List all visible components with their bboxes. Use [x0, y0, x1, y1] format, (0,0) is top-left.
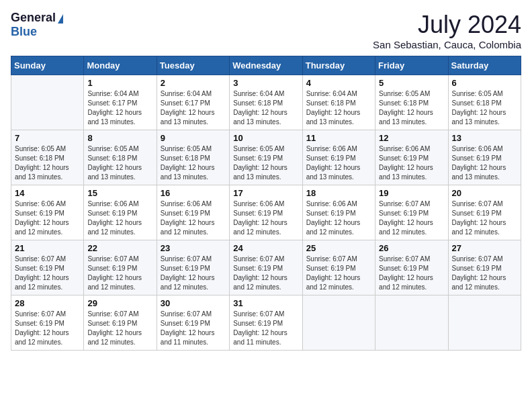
- calendar-cell: 12Sunrise: 6:06 AM Sunset: 6:19 PM Dayli…: [375, 130, 448, 185]
- calendar-cell: [11, 75, 84, 130]
- calendar-cell: 11Sunrise: 6:06 AM Sunset: 6:19 PM Dayli…: [302, 130, 375, 185]
- day-number: 18: [306, 188, 371, 198]
- day-number: 15: [87, 188, 152, 198]
- calendar-cell: 10Sunrise: 6:05 AM Sunset: 6:19 PM Dayli…: [230, 130, 302, 185]
- logo-blue: Blue: [11, 25, 37, 38]
- calendar-cell: 29Sunrise: 6:07 AM Sunset: 6:19 PM Dayli…: [84, 295, 157, 351]
- calendar-cell: 23Sunrise: 6:07 AM Sunset: 6:19 PM Dayli…: [157, 240, 229, 295]
- calendar-cell: 20Sunrise: 6:07 AM Sunset: 6:19 PM Dayli…: [448, 185, 521, 240]
- calendar-cell: 1Sunrise: 6:04 AM Sunset: 6:17 PM Daylig…: [84, 75, 157, 130]
- day-number: 14: [15, 188, 80, 198]
- day-number: 27: [452, 243, 517, 253]
- day-number: 17: [233, 188, 298, 198]
- day-number: 29: [87, 298, 152, 308]
- day-number: 4: [306, 78, 371, 88]
- calendar-cell: 15Sunrise: 6:06 AM Sunset: 6:19 PM Dayli…: [84, 185, 157, 240]
- header-cell-wednesday: Wednesday: [230, 56, 302, 75]
- day-info: Sunrise: 6:07 AM Sunset: 6:19 PM Dayligh…: [379, 255, 444, 292]
- day-info: Sunrise: 6:07 AM Sunset: 6:19 PM Dayligh…: [161, 310, 226, 347]
- day-number: 28: [15, 298, 80, 308]
- day-number: 22: [87, 243, 152, 253]
- page-header: General Blue July 2024 San Sebastian, Ca…: [11, 11, 521, 50]
- day-info: Sunrise: 6:07 AM Sunset: 6:19 PM Dayligh…: [452, 199, 517, 237]
- header-row: SundayMondayTuesdayWednesdayThursdayFrid…: [11, 56, 521, 75]
- day-info: Sunrise: 6:06 AM Sunset: 6:19 PM Dayligh…: [233, 199, 298, 237]
- month-year-title: July 2024: [373, 11, 521, 39]
- calendar-cell: 4Sunrise: 6:04 AM Sunset: 6:18 PM Daylig…: [302, 75, 375, 130]
- day-number: 1: [87, 78, 152, 88]
- week-row-2: 7Sunrise: 6:05 AM Sunset: 6:18 PM Daylig…: [11, 130, 521, 185]
- day-info: Sunrise: 6:06 AM Sunset: 6:19 PM Dayligh…: [15, 199, 80, 237]
- day-number: 3: [233, 78, 298, 88]
- day-number: 5: [379, 78, 444, 88]
- calendar-cell: 21Sunrise: 6:07 AM Sunset: 6:19 PM Dayli…: [11, 240, 84, 295]
- day-number: 19: [379, 188, 444, 198]
- calendar-cell: [302, 295, 375, 351]
- calendar-cell: 7Sunrise: 6:05 AM Sunset: 6:18 PM Daylig…: [11, 130, 84, 185]
- day-info: Sunrise: 6:07 AM Sunset: 6:19 PM Dayligh…: [233, 255, 298, 292]
- calendar-cell: 25Sunrise: 6:07 AM Sunset: 6:19 PM Dayli…: [302, 240, 375, 295]
- day-number: 31: [233, 298, 298, 308]
- week-row-4: 21Sunrise: 6:07 AM Sunset: 6:19 PM Dayli…: [11, 240, 521, 295]
- day-info: Sunrise: 6:05 AM Sunset: 6:18 PM Dayligh…: [379, 89, 444, 127]
- calendar-cell: 16Sunrise: 6:06 AM Sunset: 6:19 PM Dayli…: [157, 185, 229, 240]
- calendar-cell: 22Sunrise: 6:07 AM Sunset: 6:19 PM Dayli…: [84, 240, 157, 295]
- day-info: Sunrise: 6:07 AM Sunset: 6:19 PM Dayligh…: [15, 255, 80, 292]
- day-info: Sunrise: 6:06 AM Sunset: 6:19 PM Dayligh…: [161, 199, 226, 237]
- week-row-1: 1Sunrise: 6:04 AM Sunset: 6:17 PM Daylig…: [11, 75, 521, 130]
- day-number: 7: [15, 133, 80, 143]
- day-info: Sunrise: 6:06 AM Sunset: 6:19 PM Dayligh…: [87, 199, 152, 237]
- calendar-cell: 26Sunrise: 6:07 AM Sunset: 6:19 PM Dayli…: [375, 240, 448, 295]
- calendar-cell: 24Sunrise: 6:07 AM Sunset: 6:19 PM Dayli…: [230, 240, 302, 295]
- day-info: Sunrise: 6:05 AM Sunset: 6:18 PM Dayligh…: [87, 144, 152, 182]
- calendar-cell: 6Sunrise: 6:05 AM Sunset: 6:18 PM Daylig…: [448, 75, 521, 130]
- header-cell-thursday: Thursday: [302, 56, 375, 75]
- header-cell-tuesday: Tuesday: [157, 56, 229, 75]
- day-number: 12: [379, 133, 444, 143]
- day-info: Sunrise: 6:07 AM Sunset: 6:19 PM Dayligh…: [233, 310, 298, 347]
- calendar-cell: 8Sunrise: 6:05 AM Sunset: 6:18 PM Daylig…: [84, 130, 157, 185]
- day-info: Sunrise: 6:07 AM Sunset: 6:19 PM Dayligh…: [161, 255, 226, 292]
- calendar-cell: [375, 295, 448, 351]
- day-number: 20: [452, 188, 517, 198]
- calendar-header: SundayMondayTuesdayWednesdayThursdayFrid…: [11, 56, 521, 75]
- day-info: Sunrise: 6:07 AM Sunset: 6:19 PM Dayligh…: [306, 255, 371, 292]
- day-info: Sunrise: 6:06 AM Sunset: 6:19 PM Dayligh…: [452, 144, 517, 182]
- day-info: Sunrise: 6:07 AM Sunset: 6:19 PM Dayligh…: [87, 255, 152, 292]
- day-number: 13: [452, 133, 517, 143]
- day-info: Sunrise: 6:05 AM Sunset: 6:19 PM Dayligh…: [233, 144, 298, 182]
- calendar-cell: 2Sunrise: 6:04 AM Sunset: 6:17 PM Daylig…: [157, 75, 229, 130]
- day-info: Sunrise: 6:05 AM Sunset: 6:18 PM Dayligh…: [452, 89, 517, 127]
- day-number: 24: [233, 243, 298, 253]
- title-area: July 2024 San Sebastian, Cauca, Colombia: [373, 11, 521, 50]
- header-cell-monday: Monday: [84, 56, 157, 75]
- day-info: Sunrise: 6:07 AM Sunset: 6:19 PM Dayligh…: [452, 255, 517, 292]
- calendar-body: 1Sunrise: 6:04 AM Sunset: 6:17 PM Daylig…: [11, 75, 521, 351]
- logo: General Blue: [11, 11, 63, 39]
- day-number: 25: [306, 243, 371, 253]
- day-info: Sunrise: 6:04 AM Sunset: 6:18 PM Dayligh…: [233, 89, 298, 127]
- header-cell-friday: Friday: [375, 56, 448, 75]
- day-number: 26: [379, 243, 444, 253]
- logo-triangle-icon: [58, 14, 63, 24]
- location-title: San Sebastian, Cauca, Colombia: [373, 39, 521, 50]
- day-info: Sunrise: 6:04 AM Sunset: 6:18 PM Dayligh…: [306, 89, 371, 127]
- day-info: Sunrise: 6:06 AM Sunset: 6:19 PM Dayligh…: [306, 144, 371, 182]
- day-number: 8: [87, 133, 152, 143]
- calendar-cell: 18Sunrise: 6:06 AM Sunset: 6:19 PM Dayli…: [302, 185, 375, 240]
- day-number: 23: [161, 243, 226, 253]
- calendar-cell: 28Sunrise: 6:07 AM Sunset: 6:19 PM Dayli…: [11, 295, 84, 351]
- calendar-cell: 19Sunrise: 6:07 AM Sunset: 6:19 PM Dayli…: [375, 185, 448, 240]
- calendar-cell: 9Sunrise: 6:05 AM Sunset: 6:18 PM Daylig…: [157, 130, 229, 185]
- calendar-cell: 13Sunrise: 6:06 AM Sunset: 6:19 PM Dayli…: [448, 130, 521, 185]
- day-info: Sunrise: 6:07 AM Sunset: 6:19 PM Dayligh…: [379, 199, 444, 237]
- week-row-5: 28Sunrise: 6:07 AM Sunset: 6:19 PM Dayli…: [11, 295, 521, 351]
- calendar-cell: 14Sunrise: 6:06 AM Sunset: 6:19 PM Dayli…: [11, 185, 84, 240]
- day-info: Sunrise: 6:05 AM Sunset: 6:18 PM Dayligh…: [15, 144, 80, 182]
- day-info: Sunrise: 6:04 AM Sunset: 6:17 PM Dayligh…: [161, 89, 226, 127]
- day-info: Sunrise: 6:05 AM Sunset: 6:18 PM Dayligh…: [161, 144, 226, 182]
- calendar-cell: [448, 295, 521, 351]
- calendar-cell: 3Sunrise: 6:04 AM Sunset: 6:18 PM Daylig…: [230, 75, 302, 130]
- day-number: 30: [161, 298, 226, 308]
- header-cell-sunday: Sunday: [11, 56, 84, 75]
